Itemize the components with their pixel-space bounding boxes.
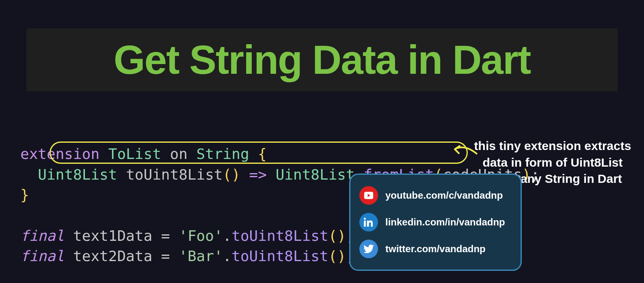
lparen: ( <box>328 227 337 244</box>
var-text2data: text2Data <box>73 248 152 264</box>
dot: . <box>223 227 232 244</box>
string-foo: 'Foo' <box>179 227 223 244</box>
class-string: String <box>197 146 249 162</box>
twitter-icon <box>359 240 378 258</box>
title-bar: Get String Data in Dart <box>26 28 618 91</box>
social-card: youtube.com/c/vandadnp linkedin.com/in/v… <box>349 174 522 271</box>
linkedin-icon <box>359 213 378 232</box>
equals: = <box>161 248 170 264</box>
dot: . <box>223 248 232 264</box>
equals: = <box>161 227 170 244</box>
brace-open: { <box>258 146 267 162</box>
return-type: Uint8List <box>38 166 117 183</box>
youtube-link-text: youtube.com/c/vandadnp <box>385 190 503 201</box>
keyword-final: final <box>20 248 64 264</box>
call-touint8list: toUint8List <box>231 248 328 264</box>
class-uint8list: Uint8List <box>276 166 355 183</box>
var-text1data: text1Data <box>73 227 152 244</box>
keyword-on: on <box>170 146 188 162</box>
keyword-final: final <box>20 227 64 244</box>
page-title: Get String Data in Dart <box>39 36 605 83</box>
string-bar: 'Bar' <box>179 248 223 264</box>
method-name: toUint8List <box>126 166 223 183</box>
social-row-youtube[interactable]: youtube.com/c/vandadnp <box>359 182 512 209</box>
call-touint8list: toUint8List <box>231 227 328 244</box>
rparen: ) <box>337 227 346 244</box>
twitter-link-text: twitter.com/vandadnp <box>385 243 486 255</box>
linkedin-link-text: linkedin.com/in/vandadnp <box>385 217 505 228</box>
extension-name: ToList <box>108 146 161 162</box>
rparen: ) <box>337 248 346 264</box>
youtube-icon <box>359 186 378 205</box>
parens: () <box>223 166 240 183</box>
brace-close: } <box>20 187 29 203</box>
social-row-linkedin[interactable]: linkedin.com/in/vandadnp <box>359 209 512 236</box>
arrow-op: => <box>249 166 267 183</box>
social-row-twitter[interactable]: twitter.com/vandadnp <box>359 236 512 262</box>
lparen: ( <box>328 248 337 264</box>
keyword-extension: extension <box>20 146 99 162</box>
